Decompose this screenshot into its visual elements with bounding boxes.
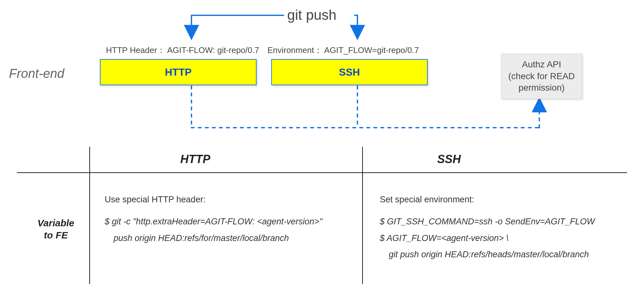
authz-line1: Authz API [508,59,575,70]
ssh-box-label: SSH [339,66,360,78]
authz-box: Authz API (check for READ permission) [501,54,582,99]
row-label: Variable to FE [32,217,80,241]
ssh-box: SSH [271,59,428,85]
http-cell: Use special HTTP header: $ git -c "http.… [105,192,354,246]
ssh-cell-line2: $ AGIT_FLOW=<agent-version> \ [380,230,632,246]
http-cell-line1: $ git -c "http.extraHeader=AGIT-FLOW: <a… [105,214,354,230]
table-vline-mid [362,147,363,284]
http-box: HTTP [100,59,257,85]
ssh-cell-line3: git push origin HEAD:refs/heads/master/l… [380,246,632,263]
row-label-line2: to FE [44,230,68,240]
row-label-line1: Variable [37,218,74,228]
authz-line2: (check for READ [508,71,575,82]
env-label: Environment： AGIT_FLOW=git-repo/0.7 [267,45,419,56]
table-vline-left [89,147,90,284]
http-cell-line2: push origin HEAD:refs/for/master/local/b… [105,230,354,246]
ssh-cell-line1: $ GIT_SSH_COMMAND=ssh -o SendEnv=AGIT_FL… [380,214,632,230]
authz-line3: permission) [508,82,575,94]
ssh-cell-intro: Set special environment: [380,195,474,204]
col-header-ssh: SSH [437,153,461,166]
table-hline [17,172,627,173]
git-push-label: git push [287,7,336,23]
http-cell-intro: Use special HTTP header: [105,195,206,204]
http-box-label: HTTP [165,66,192,78]
ssh-cell: Set special environment: $ GIT_SSH_COMMA… [380,192,632,263]
col-header-http: HTTP [180,153,210,166]
front-end-label: Front-end [9,66,64,81]
http-header-label: HTTP Header： AGIT-FLOW: git-repo/0.7 [106,45,259,56]
